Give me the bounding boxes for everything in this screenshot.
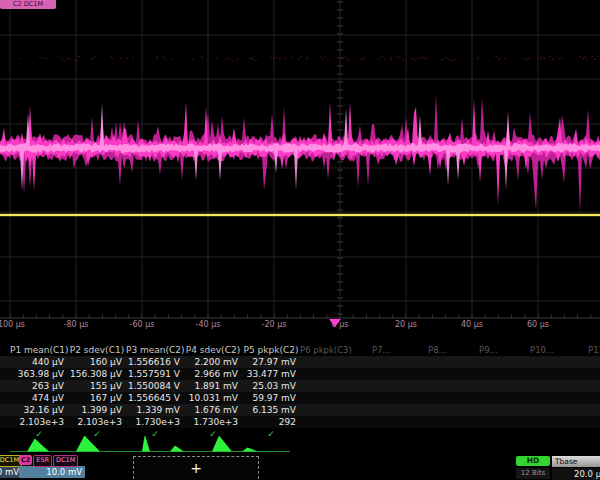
- timebase-value: 20.0 µs: [552, 468, 600, 480]
- timebase-title: Tbase: [552, 456, 600, 467]
- histicon[interactable]: [76, 436, 100, 452]
- measurement-value: 2.103e+3: [68, 416, 122, 428]
- measurement-value: 155 µV: [68, 380, 122, 392]
- measurement-value: 363.98 µV: [10, 368, 64, 380]
- measurement-header-empty[interactable]: P8...: [428, 344, 447, 356]
- plus-icon: +: [190, 460, 202, 476]
- table-row: 32.16 µV1.399 µV1.339 mV1.676 mV6.135 mV: [0, 404, 600, 416]
- time-axis-label: 20 µs: [395, 320, 417, 329]
- time-axis-label: -100 µs: [0, 320, 25, 329]
- measurement-value: 1.730e+3: [126, 416, 180, 428]
- histicon[interactable]: [170, 446, 184, 452]
- measurement-value: 59.97 mV: [242, 392, 296, 404]
- measurement-value: 1.556645 V: [126, 392, 180, 404]
- table-row: 474 µV167 µV1.556645 V10.031 mV59.97 mV: [0, 392, 600, 404]
- histicon[interactable]: [142, 436, 150, 452]
- measurement-value: 2.103e+3: [10, 416, 64, 428]
- measurement-header-empty[interactable]: P11...: [588, 344, 600, 356]
- measurement-histicons: [0, 436, 600, 454]
- measurement-value: 10.031 mV: [184, 392, 238, 404]
- table-row: 2.103e+32.103e+31.730e+31.730e+3292: [0, 416, 600, 428]
- measurement-value: 2.200 mV: [184, 356, 238, 368]
- timebase-descriptor[interactable]: Tbase 20.0 µs: [552, 456, 600, 480]
- hd-bits-label: 12 Bits: [516, 468, 550, 479]
- measurement-value: 474 µV: [10, 392, 64, 404]
- measurement-header-empty[interactable]: P9...: [479, 344, 498, 356]
- measurement-value: 25.03 mV: [242, 380, 296, 392]
- measurement-header-empty[interactable]: P7...: [372, 344, 391, 356]
- measurement-header[interactable]: P4 sdev(C2): [184, 344, 242, 356]
- c2-trace: [0, 103, 600, 190]
- measurement-value: 1.339 mV: [126, 404, 180, 416]
- descriptor-bar: DC1M 0 mV C2ESRDC1M 10.0 mV + HD 12 Bits…: [0, 454, 600, 480]
- measurement-value: 2.966 mV: [184, 368, 238, 380]
- measurement-value: 32.16 µV: [10, 404, 64, 416]
- histicon[interactable]: [27, 439, 49, 452]
- measurement-value: 1.399 µV: [68, 404, 122, 416]
- measurement-value: 33.477 mV: [242, 368, 296, 380]
- channel-badge: C2: [19, 455, 32, 465]
- measurement-value: 156.308 µV: [68, 368, 122, 380]
- measurement-value: 27.97 mV: [242, 356, 296, 368]
- add-trace-button[interactable]: +: [133, 456, 259, 480]
- time-axis-label: 60 µs: [527, 320, 549, 329]
- hd-badge: HD: [516, 456, 550, 466]
- channel-c2-descriptor[interactable]: C2ESRDC1M 10.0 mV: [19, 455, 85, 479]
- histicon[interactable]: [212, 436, 232, 452]
- hd-mode-indicator[interactable]: HD 12 Bits: [516, 456, 550, 479]
- trigger-position-marker[interactable]: [329, 319, 341, 327]
- waveform-display: [0, 0, 600, 340]
- graticule: C2 DC1M -100 µs-80 µs-60 µs-40 µs-20 µs0…: [0, 0, 600, 340]
- table-row: 440 µV160 µV1.556616 V2.200 mV27.97 mV: [0, 356, 600, 368]
- measurement-header[interactable]: P2 sdev(C1): [68, 344, 126, 356]
- measurement-value: 1.676 mV: [184, 404, 238, 416]
- measurement-value: 160 µV: [68, 356, 122, 368]
- measurement-value: 263 µV: [10, 380, 64, 392]
- measurement-header[interactable]: P3 mean(C2): [126, 344, 184, 356]
- table-row: 263 µV155 µV1.550084 V1.891 mV25.03 mV: [0, 380, 600, 392]
- oscilloscope-screen: C2 DC1M -100 µs-80 µs-60 µs-40 µs-20 µs0…: [0, 0, 600, 480]
- time-axis-label: -40 µs: [196, 320, 221, 329]
- histicon[interactable]: [242, 448, 258, 452]
- measurement-value: 1.550084 V: [126, 380, 180, 392]
- measurement-table: P1 mean(C1)P2 sdev(C1)P3 mean(C2)P4 sdev…: [0, 344, 600, 442]
- measurement-value: 1.891 mV: [184, 380, 238, 392]
- c2-badges: C2ESRDC1M: [19, 455, 85, 465]
- c2-scale-value: 10.0 mV: [19, 466, 85, 478]
- measurement-value: 292: [242, 416, 296, 428]
- measurement-value: 1.730e+3: [184, 416, 238, 428]
- measurement-value: 167 µV: [68, 392, 122, 404]
- measurement-header[interactable]: P1 mean(C1): [10, 344, 68, 356]
- trace-annotation-badge: C2 DC1M: [0, 0, 56, 9]
- measurement-header[interactable]: P5 pkpk(C2): [242, 344, 300, 356]
- measurement-header-empty[interactable]: P10...: [530, 344, 554, 356]
- table-row: 363.98 µV156.308 µV1.557591 V2.966 mV33.…: [0, 368, 600, 380]
- time-axis-label: -20 µs: [262, 320, 287, 329]
- time-axis-label: -60 µs: [130, 320, 155, 329]
- measurement-value: 1.556616 V: [126, 356, 180, 368]
- measurement-value: 1.557591 V: [126, 368, 180, 380]
- time-axis-label: -80 µs: [64, 320, 89, 329]
- measurement-header-empty[interactable]: P6 pkpk(C3): [300, 344, 352, 356]
- measurement-value: 440 µV: [10, 356, 64, 368]
- measurement-value: 6.135 mV: [242, 404, 296, 416]
- time-axis-label: 40 µs: [461, 320, 483, 329]
